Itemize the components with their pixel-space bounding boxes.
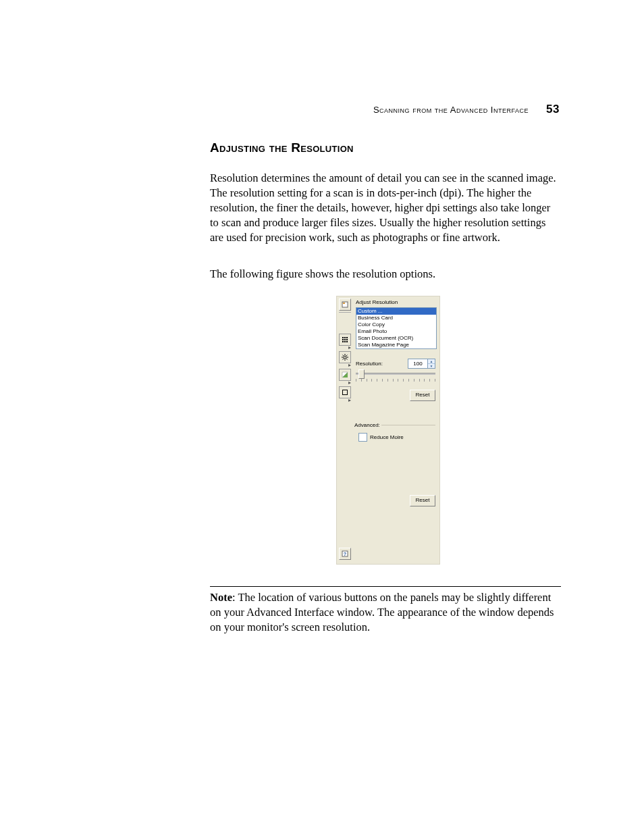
page-number: 53 <box>546 103 560 115</box>
reduce-moire-checkbox[interactable] <box>358 433 367 442</box>
preset-item-business-card[interactable]: Business Card <box>356 315 436 321</box>
reset-advanced-wrap: Reset <box>410 495 435 506</box>
svg-rect-22 <box>343 390 348 395</box>
svg-line-17 <box>346 359 348 360</box>
reset-resolution-button[interactable]: Reset <box>410 390 435 401</box>
svg-rect-7 <box>346 339 348 340</box>
spinner-down-icon[interactable]: ▼ <box>428 364 435 368</box>
panel-title: Adjust Resolution <box>356 299 398 305</box>
svg-line-19 <box>346 355 348 357</box>
lead-in-paragraph: The following figure shows the resolutio… <box>210 267 561 282</box>
svg-rect-10 <box>346 341 348 342</box>
page-header: Scanning from the Advanced Interface 53 <box>373 103 560 116</box>
resolution-label: Resolution: <box>356 361 383 367</box>
reduce-moire-row: Reduce Moire <box>358 433 404 442</box>
resolution-panel-figure: ▸ ▸ ▸ ▸ Adjust Resolution Custom ... Bus… <box>336 296 440 565</box>
svg-rect-2 <box>342 337 344 338</box>
svg-line-16 <box>343 355 344 357</box>
advanced-divider <box>381 425 435 425</box>
spinner-up-icon[interactable]: ▲ <box>428 359 435 364</box>
svg-rect-3 <box>344 337 346 338</box>
advanced-label: Advanced: <box>354 422 380 428</box>
svg-rect-8 <box>342 341 344 342</box>
svg-rect-9 <box>344 341 346 342</box>
chapter-title: Scanning from the Advanced Interface <box>373 105 529 115</box>
help-icon[interactable]: ? <box>339 548 351 560</box>
preset-item-scan-document-ocr[interactable]: Scan Document (OCR) <box>356 335 436 342</box>
note-rule <box>210 586 561 587</box>
section-title: Adjusting the Resolution <box>210 140 354 155</box>
divider <box>339 312 351 313</box>
preset-item-color-copy[interactable]: Color Copy <box>356 321 436 328</box>
slider-ticks <box>356 379 435 383</box>
svg-rect-4 <box>346 337 348 338</box>
resolution-input-wrap: 100 ▲ ▼ <box>408 359 435 369</box>
preset-item-email-photo[interactable]: Email Photo <box>356 328 436 335</box>
svg-text:?: ? <box>344 552 346 556</box>
chevron-right-icon: ▸ <box>339 346 351 350</box>
resolution-spinner[interactable]: ▲ ▼ <box>428 359 435 369</box>
help-button-wrap: ? <box>339 548 351 561</box>
preset-listbox[interactable]: Custom ... Business Card Color Copy Emai… <box>356 307 437 349</box>
reset-advanced-button[interactable]: Reset <box>410 495 435 506</box>
intro-paragraph: Resolution determines the amount of deta… <box>210 171 561 245</box>
slider-track <box>356 373 435 375</box>
spacer <box>339 315 352 334</box>
page: Scanning from the Advanced Interface 53 … <box>0 0 644 834</box>
resolution-field[interactable]: 100 <box>408 359 428 369</box>
resolution-row: Resolution: 100 ▲ ▼ <box>356 359 435 369</box>
preset-item-scan-magazine-page[interactable]: Scan Magazine Page <box>356 342 436 348</box>
chevron-right-icon: ▸ <box>339 381 351 385</box>
preset-item-custom[interactable]: Custom ... <box>356 308 436 315</box>
svg-line-18 <box>343 359 344 360</box>
note-text: : The location of various buttons on the… <box>210 591 554 633</box>
svg-point-11 <box>344 356 346 359</box>
tool-column: ▸ ▸ ▸ ▸ <box>339 298 352 404</box>
resolution-slider[interactable] <box>356 369 435 379</box>
svg-rect-5 <box>342 339 344 340</box>
reset-resolution-wrap: Reset <box>410 390 435 401</box>
new-scan-icon[interactable] <box>339 298 351 311</box>
reduce-moire-label: Reduce Moire <box>370 434 404 440</box>
slider-thumb[interactable] <box>358 369 365 379</box>
note-bold: Note <box>210 591 232 604</box>
chevron-right-icon: ▸ <box>339 363 351 367</box>
svg-rect-6 <box>344 339 346 340</box>
note-paragraph: Note: The location of various buttons on… <box>210 590 561 635</box>
chevron-right-icon: ▸ <box>339 398 351 402</box>
svg-rect-1 <box>343 303 345 304</box>
